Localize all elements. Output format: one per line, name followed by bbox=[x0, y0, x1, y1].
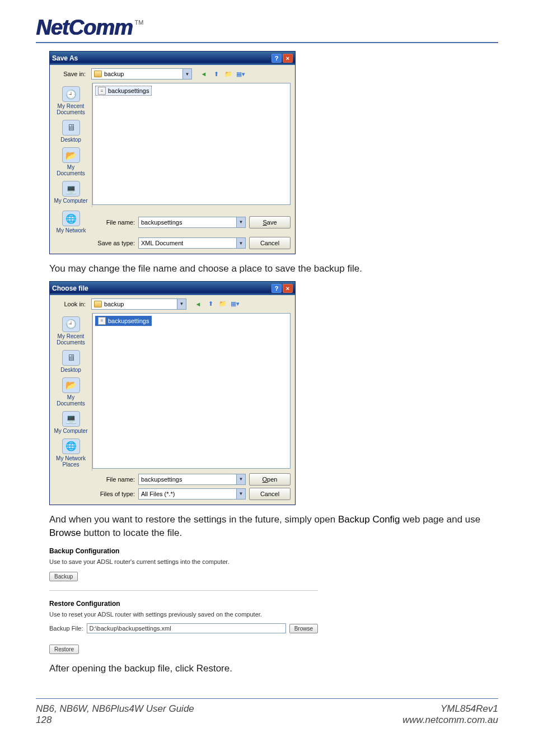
save-in-label: Save in: bbox=[54, 71, 88, 77]
place-network[interactable]: 🌐My Network Places bbox=[53, 437, 89, 469]
header-divider bbox=[36, 42, 498, 43]
paragraph-3: After opening the backup file, click Res… bbox=[49, 662, 498, 675]
help-icon[interactable]: ? bbox=[271, 54, 282, 63]
places-bar: 🕘My Recent Documents 🖥Desktop 📂My Docume… bbox=[50, 313, 92, 471]
save-in-value: backup bbox=[104, 71, 124, 77]
look-in-select[interactable]: backup ▼ bbox=[91, 298, 186, 310]
documents-icon: 📂 bbox=[62, 147, 80, 163]
chevron-down-icon[interactable]: ▼ bbox=[177, 299, 186, 309]
xml-file-icon: ≡ bbox=[98, 317, 106, 325]
dialog-title: Choose file bbox=[52, 284, 88, 292]
cancel-button[interactable]: Cancel bbox=[249, 237, 291, 249]
folder-icon bbox=[94, 71, 102, 77]
place-computer[interactable]: 💻My Computer bbox=[53, 410, 89, 435]
save-button[interactable]: Save bbox=[249, 216, 291, 228]
close-icon[interactable]: × bbox=[283, 284, 293, 293]
close-icon[interactable]: × bbox=[283, 54, 293, 63]
chevron-down-icon[interactable]: ▼ bbox=[236, 474, 245, 484]
save-in-select[interactable]: backup ▼ bbox=[91, 68, 192, 80]
filename-label: File name: bbox=[96, 219, 135, 226]
backup-config-panel: Backup Configuration Use to save your AD… bbox=[49, 547, 318, 654]
brand-logo: NetComm bbox=[36, 16, 132, 40]
place-recent[interactable]: 🕘My Recent Documents bbox=[53, 85, 89, 116]
dialog-title: Save As bbox=[52, 54, 78, 62]
network-icon: 🌐 bbox=[62, 438, 80, 454]
chevron-down-icon[interactable]: ▼ bbox=[236, 489, 245, 499]
network-icon: 🌐 bbox=[62, 211, 80, 226]
place-recent[interactable]: 🕘My Recent Documents bbox=[53, 315, 89, 347]
restore-button[interactable]: Restore bbox=[49, 645, 79, 654]
page-footer: NB6, NB6W, NB6Plus4W User Guide 128 YML8… bbox=[36, 698, 498, 726]
browse-button[interactable]: Browse bbox=[289, 624, 318, 633]
computer-icon: 💻 bbox=[62, 411, 80, 427]
save-as-dialog: Save As ? × Save in: backup ▼ ◄ ⬆ 📁 ▦▾ 🕘… bbox=[49, 51, 296, 254]
files-of-type-select[interactable]: All Files (*.*)▼ bbox=[138, 488, 246, 500]
file-item[interactable]: ≡ backupsettings bbox=[95, 86, 152, 96]
files-of-type-label: Files of type: bbox=[96, 491, 135, 497]
restore-heading: Restore Configuration bbox=[49, 600, 318, 608]
choose-file-dialog: Choose file ? × Look in: backup ▼ ◄ ⬆ 📁 … bbox=[49, 281, 296, 505]
xml-file-icon: ≡ bbox=[98, 87, 106, 95]
place-documents[interactable]: 📂My Documents bbox=[53, 376, 89, 408]
backup-file-input[interactable]: D:\backup\backupsettings.xml bbox=[87, 623, 286, 633]
paragraph-2: And when you want to restore the setting… bbox=[49, 513, 498, 540]
folder-icon bbox=[94, 301, 102, 307]
nav-back-icon[interactable]: ◄ bbox=[199, 69, 209, 79]
open-button[interactable]: Open bbox=[249, 473, 291, 486]
place-desktop[interactable]: 🖥Desktop bbox=[53, 119, 89, 144]
backup-desc: Use to save your ADSL router's current s… bbox=[49, 558, 318, 565]
save-type-label: Save as type: bbox=[96, 240, 135, 246]
filename-input[interactable]: backupsettings▼ bbox=[138, 474, 246, 485]
filename-label: File name: bbox=[96, 476, 135, 483]
recent-icon: 🕘 bbox=[62, 316, 80, 332]
places-bar: 🕘My Recent Documents 🖥Desktop 📂My Docume… bbox=[50, 83, 92, 207]
section-divider bbox=[49, 590, 318, 591]
view-menu-icon[interactable]: ▦▾ bbox=[236, 69, 246, 79]
dialog-titlebar[interactable]: Save As ? × bbox=[50, 52, 295, 65]
backup-button[interactable]: Backup bbox=[49, 572, 78, 581]
recent-icon: 🕘 bbox=[62, 86, 80, 102]
nav-up-icon[interactable]: ⬆ bbox=[205, 299, 216, 309]
brand-header: NetComm TM bbox=[36, 16, 498, 40]
footer-url: www.netcomm.com.au bbox=[402, 715, 498, 726]
footer-doc-rev: YML854Rev1 bbox=[402, 703, 498, 715]
file-list[interactable]: ≡ backupsettings bbox=[92, 313, 291, 469]
view-menu-icon[interactable]: ▦▾ bbox=[230, 299, 240, 309]
place-documents[interactable]: 📂My Documents bbox=[53, 146, 89, 178]
restore-desc: Use to reset your ADSL router with setti… bbox=[49, 611, 318, 618]
footer-page-number: 128 bbox=[36, 715, 194, 726]
filename-input[interactable]: backupsettings▼ bbox=[138, 217, 246, 228]
file-item-selected[interactable]: ≡ backupsettings bbox=[95, 316, 152, 326]
documents-icon: 📂 bbox=[62, 377, 80, 393]
nav-up-icon[interactable]: ⬆ bbox=[211, 69, 221, 79]
backup-file-label: Backup File: bbox=[49, 625, 83, 632]
look-in-value: backup bbox=[104, 301, 124, 307]
save-type-select[interactable]: XML Document▼ bbox=[138, 237, 246, 249]
new-folder-icon[interactable]: 📁 bbox=[223, 69, 233, 79]
look-in-label: Look in: bbox=[54, 301, 88, 307]
place-desktop[interactable]: 🖥Desktop bbox=[53, 349, 89, 374]
trademark: TM bbox=[134, 19, 143, 26]
help-icon[interactable]: ? bbox=[271, 284, 282, 293]
place-network[interactable]: 🌐My Network bbox=[51, 209, 91, 235]
chevron-down-icon[interactable]: ▼ bbox=[236, 238, 245, 248]
file-list[interactable]: ≡ backupsettings bbox=[92, 83, 291, 205]
chevron-down-icon[interactable]: ▼ bbox=[182, 69, 191, 79]
desktop-icon: 🖥 bbox=[62, 120, 80, 136]
footer-guide-title: NB6, NB6W, NB6Plus4W User Guide bbox=[36, 703, 194, 715]
paragraph-1: You may change the file name and choose … bbox=[49, 262, 498, 276]
cancel-button[interactable]: Cancel bbox=[249, 488, 291, 500]
place-computer[interactable]: 💻My Computer bbox=[53, 180, 89, 205]
dialog-titlebar[interactable]: Choose file ? × bbox=[50, 282, 295, 295]
new-folder-icon[interactable]: 📁 bbox=[218, 299, 228, 309]
desktop-icon: 🖥 bbox=[62, 350, 80, 366]
chevron-down-icon[interactable]: ▼ bbox=[236, 217, 245, 227]
nav-back-icon[interactable]: ◄ bbox=[193, 299, 203, 309]
backup-heading: Backup Configuration bbox=[49, 547, 318, 555]
computer-icon: 💻 bbox=[62, 181, 80, 197]
